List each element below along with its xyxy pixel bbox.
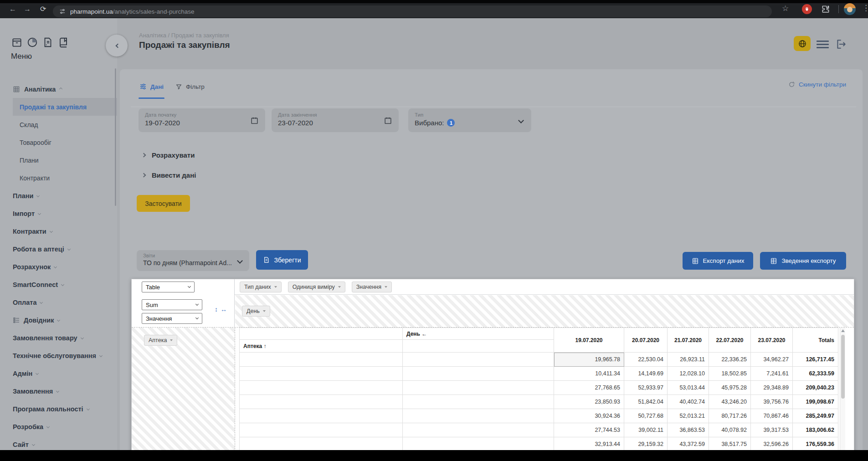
sidebar-section[interactable]: Імпорт [0,205,117,222]
sidebar-item[interactable]: Продажі та закупівля [13,98,117,116]
bookmark-star-icon[interactable]: ☆ [782,5,789,12]
row-axis-header[interactable]: Аптека ↑ [240,340,403,353]
sidebar-scrollbar[interactable] [115,68,116,206]
date-column-header[interactable]: 23.07.2020 [751,328,793,353]
data-cell[interactable]: 80,717.26 [709,409,751,423]
profile-avatar[interactable] [844,3,856,15]
language-button[interactable] [794,36,811,51]
data-cell[interactable]: 14,149.69 [624,367,668,381]
sidebar-section[interactable]: Розробка [0,418,117,435]
site-info-icon[interactable] [59,8,66,15]
data-cell[interactable]: 34,962.27 [751,353,793,367]
sidebar-section[interactable]: Робота в аптеці [0,240,117,258]
date-start-field[interactable]: Дата початку 19-07-2020 [139,108,265,132]
data-cell[interactable]: 32,596.26 [751,437,793,451]
measure-pill[interactable]: Одиниця виміру [288,282,345,292]
pie-chart-icon[interactable] [26,36,38,48]
reset-filters-button[interactable]: Скинути фільтри [788,81,846,88]
resize-vertical-icon[interactable]: ↕ [215,306,218,313]
data-cell[interactable]: 70,867.46 [751,409,793,423]
data-cell[interactable]: 29,159.32 [624,437,668,451]
row-label-cell[interactable] [240,409,403,423]
measure-pill[interactable]: Значення [352,282,392,292]
sidebar-section[interactable]: Розрахунок [0,258,117,276]
data-cell[interactable]: 43,372.59 [668,437,709,451]
export-summary-button[interactable]: Зведення експорту [760,252,846,270]
row-label-cell[interactable] [240,423,403,437]
data-cell[interactable]: 29,348.89 [751,381,793,395]
row-label-cell[interactable] [240,367,403,381]
data-cell[interactable]: 22,336.25 [709,353,751,367]
data-cell[interactable]: 40,078.92 [709,423,751,437]
table-scrollbar[interactable] [840,328,845,461]
data-cell[interactable]: 12,028.10 [668,367,709,381]
totals-header[interactable]: Totals [793,328,838,353]
total-cell[interactable]: 176,559.36 [793,437,838,451]
data-cell[interactable]: 39,756.76 [751,395,793,409]
values-select[interactable]: Значення [142,313,202,324]
row-label-cell[interactable] [240,437,403,451]
browser-forward-button[interactable]: → [24,5,31,13]
data-cell[interactable]: 53,013.44 [668,381,709,395]
data-cell[interactable]: 36,863.53 [668,423,709,437]
sidebar-item[interactable]: Плани [0,151,117,169]
data-cell[interactable]: 39,002.11 [624,423,668,437]
logout-button[interactable] [835,38,847,50]
book-icon[interactable] [57,36,69,48]
browser-menu-icon[interactable]: ⋮ [862,5,868,12]
data-cell[interactable]: 22,530.04 [624,353,668,367]
sidebar-section-analytics[interactable]: Аналітика [0,80,117,98]
sidebar-item[interactable]: Контракти [0,169,117,187]
row-label-cell[interactable] [240,381,403,395]
pivot-row-dropzone[interactable]: Аптека [132,328,235,461]
total-cell[interactable]: 126,717.45 [793,353,838,367]
hamburger-icon[interactable] [817,41,829,48]
sidebar-section[interactable]: Адмін [0,364,117,382]
row-sub-cell[interactable] [403,367,554,381]
data-cell[interactable]: 38,517.75 [709,437,751,451]
section-toggle-output[interactable]: Вивести дані [142,171,196,179]
total-cell[interactable]: 183,006.62 [793,423,838,437]
collapse-sidebar-button[interactable] [106,35,128,56]
data-cell[interactable]: 27,768.65 [554,381,624,395]
data-cell[interactable]: 43,246.20 [709,395,751,409]
pivot-view-select[interactable]: Table [142,282,195,292]
archive-icon[interactable] [11,36,23,48]
column-field-pill[interactable]: День [242,306,270,317]
data-cell[interactable]: 19,965.78 [554,353,624,367]
data-cell[interactable]: 23,850.93 [554,395,624,409]
adblock-extension-icon[interactable] [802,4,812,14]
pivot-column-dropzone[interactable]: День [235,295,854,327]
data-cell[interactable]: 50,727.68 [624,409,668,423]
data-cell[interactable]: 27,744.53 [554,423,624,437]
row-sub-cell[interactable] [403,409,554,423]
data-cell[interactable]: 52,933.97 [624,381,668,395]
apply-button[interactable]: Застосувати [137,195,190,212]
sidebar-section[interactable]: Програма лояльності [0,400,117,418]
measure-pill[interactable]: Тип даних [240,282,282,292]
date-column-header[interactable]: 22.07.2020 [709,328,751,353]
data-cell[interactable]: 39,317.53 [751,423,793,437]
sidebar-section[interactable]: SmartConnect [0,276,117,293]
data-cell[interactable]: 18,502.85 [709,367,751,381]
data-cell[interactable]: 10,411.34 [554,367,624,381]
type-field[interactable]: Тип Вибрано:1 [408,108,531,132]
sidebar-section[interactable]: Плани [0,187,117,205]
row-sub-cell[interactable] [403,437,554,451]
data-cell[interactable]: 26,923.11 [668,353,709,367]
sidebar-section[interactable]: Замовлення товару [0,329,117,347]
row-sub-cell[interactable] [403,353,554,367]
scrollbar-thumb[interactable] [841,335,845,399]
aggregation-select[interactable]: Sum [142,299,202,310]
col-axis-header[interactable]: День ← [403,328,554,340]
reports-select[interactable]: Звіти ТО по дням (Pharmapoint Ad... [137,250,249,271]
data-cell[interactable]: 32,913.44 [554,437,624,451]
sidebar-item[interactable]: Склад [0,116,117,133]
data-cell[interactable]: 51,842.04 [624,395,668,409]
date-end-field[interactable]: Дата закінчення 23-07-2020 [272,108,399,132]
export-data-button[interactable]: Експорт даних [683,252,753,270]
sidebar-section[interactable]: Технічне обслуговування [0,347,117,364]
sidebar-section[interactable]: Оплата [0,293,117,311]
save-button[interactable]: Зберегти [256,250,308,270]
document-icon[interactable] [42,36,54,48]
